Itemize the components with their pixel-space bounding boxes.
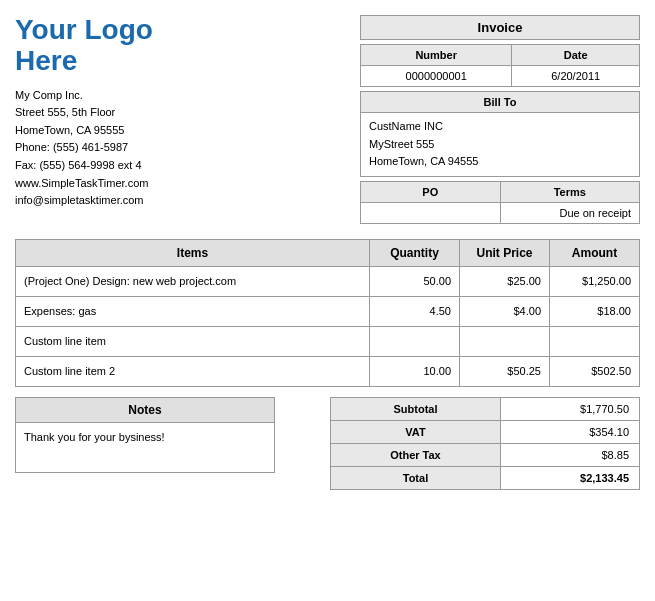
bill-to-name: CustName INC — [369, 120, 443, 132]
vat-value: $354.10 — [500, 420, 639, 443]
totals-table: Subtotal $1,770.50 VAT $354.10 Other Tax… — [330, 397, 640, 490]
company-address2: HomeTown, CA 95555 — [15, 122, 153, 140]
bill-to-city: HomeTown, CA 94555 — [369, 155, 478, 167]
invoice-area: Invoice Number Date 0000000001 6/20/2011… — [360, 15, 640, 224]
top-section: Your Logo Here My Comp Inc. Street 555, … — [15, 15, 640, 224]
notes-label: Notes — [16, 397, 275, 422]
item-amount: $1,250.00 — [550, 266, 640, 296]
company-info: My Comp Inc. Street 555, 5th Floor HomeT… — [15, 87, 153, 210]
col-amount: Amount — [550, 239, 640, 266]
item-quantity: 4.50 — [370, 296, 460, 326]
table-row: Expenses: gas 4.50 $4.00 $18.00 — [16, 296, 640, 326]
col-quantity: Quantity — [370, 239, 460, 266]
company-fax: Fax: (555) 564-9998 ext 4 — [15, 157, 153, 175]
vat-label: VAT — [331, 420, 501, 443]
terms-label: Terms — [500, 181, 640, 202]
invoice-title: Invoice — [361, 16, 640, 40]
item-quantity: 10.00 — [370, 356, 460, 386]
bill-to-address: CustName INC MyStreet 555 HomeTown, CA 9… — [361, 113, 640, 177]
other-tax-value: $8.85 — [500, 443, 639, 466]
subtotal-label: Subtotal — [331, 397, 501, 420]
notes-text: Thank you for your bysiness! — [16, 422, 275, 472]
invoice-title-table: Invoice — [360, 15, 640, 40]
item-quantity: 50.00 — [370, 266, 460, 296]
item-unit-price: $50.25 — [460, 356, 550, 386]
logo-text: Your Logo Here — [15, 15, 153, 77]
company-email: info@simpletasktimer.com — [15, 192, 153, 210]
item-unit-price — [460, 326, 550, 356]
total-value: $2,133.45 — [500, 466, 639, 489]
po-label: PO — [361, 181, 501, 202]
company-website: www.SimpleTaskTimer.com — [15, 175, 153, 193]
bill-to-table: Bill To CustName INC MyStreet 555 HomeTo… — [360, 91, 640, 177]
col-items: Items — [16, 239, 370, 266]
bill-to-label: Bill To — [361, 92, 640, 113]
item-amount — [550, 326, 640, 356]
logo-area: Your Logo Here My Comp Inc. Street 555, … — [15, 15, 153, 210]
notes-area: Notes Thank you for your bysiness! — [15, 397, 275, 473]
items-section: Items Quantity Unit Price Amount (Projec… — [15, 239, 640, 387]
item-amount: $502.50 — [550, 356, 640, 386]
bill-to-street: MyStreet 555 — [369, 138, 434, 150]
totals-area: Subtotal $1,770.50 VAT $354.10 Other Tax… — [330, 397, 640, 490]
other-tax-label: Other Tax — [331, 443, 501, 466]
po-terms-table: PO Terms Due on receipt — [360, 181, 640, 224]
item-description: Expenses: gas — [16, 296, 370, 326]
invoice-details-table: Number Date 0000000001 6/20/2011 — [360, 44, 640, 87]
total-label: Total — [331, 466, 501, 489]
company-name: My Comp Inc. — [15, 87, 153, 105]
company-phone: Phone: (555) 461-5987 — [15, 139, 153, 157]
invoice-date-label: Date — [512, 45, 640, 66]
items-table: Items Quantity Unit Price Amount (Projec… — [15, 239, 640, 387]
notes-table: Notes Thank you for your bysiness! — [15, 397, 275, 473]
logo-line1: Your Logo — [15, 14, 153, 45]
invoice-date-value: 6/20/2011 — [512, 66, 640, 87]
item-amount: $18.00 — [550, 296, 640, 326]
item-description: (Project One) Design: new web project.co… — [16, 266, 370, 296]
table-row: Custom line item 2 10.00 $50.25 $502.50 — [16, 356, 640, 386]
subtotal-value: $1,770.50 — [500, 397, 639, 420]
item-unit-price: $25.00 — [460, 266, 550, 296]
item-description: Custom line item — [16, 326, 370, 356]
table-row: Custom line item — [16, 326, 640, 356]
item-description: Custom line item 2 — [16, 356, 370, 386]
table-row: (Project One) Design: new web project.co… — [16, 266, 640, 296]
terms-value: Due on receipt — [500, 202, 640, 223]
invoice-number-value: 0000000001 — [361, 66, 512, 87]
company-address1: Street 555, 5th Floor — [15, 104, 153, 122]
item-unit-price: $4.00 — [460, 296, 550, 326]
logo-line2: Here — [15, 45, 77, 76]
bottom-section: Notes Thank you for your bysiness! Subto… — [15, 397, 640, 490]
col-unit-price: Unit Price — [460, 239, 550, 266]
invoice-number-label: Number — [361, 45, 512, 66]
po-value — [361, 202, 501, 223]
item-quantity — [370, 326, 460, 356]
